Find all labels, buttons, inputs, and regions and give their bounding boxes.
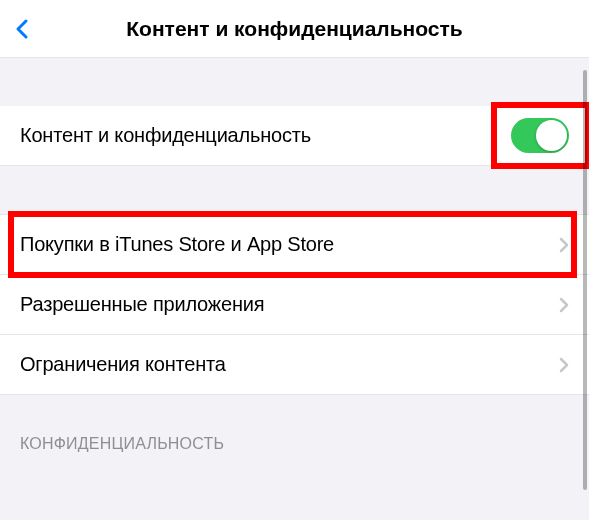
toggle-knob [536, 120, 567, 151]
scrollbar-vertical[interactable] [583, 70, 587, 490]
settings-section: Покупки в iTunes Store и App Store Разре… [0, 214, 589, 395]
chevron-right-icon [559, 297, 569, 313]
chevron-right-icon [559, 357, 569, 373]
row-label: Разрешенные приложения [20, 293, 264, 316]
row-label: Покупки в iTunes Store и App Store [20, 233, 334, 256]
content-privacy-toggle[interactable] [511, 118, 569, 153]
itunes-app-store-purchases-row[interactable]: Покупки в iTunes Store и App Store [0, 215, 589, 275]
row-label: Ограничения контента [20, 353, 226, 376]
nav-header: Контент и конфиденциальность [0, 0, 589, 58]
toggle-label: Контент и конфиденциальность [20, 124, 311, 147]
chevron-right-icon [559, 237, 569, 253]
content-privacy-toggle-row[interactable]: Контент и конфиденциальность [0, 106, 589, 166]
allowed-apps-row[interactable]: Разрешенные приложения [0, 275, 589, 335]
content-restrictions-row[interactable]: Ограничения контента [0, 335, 589, 395]
section-gap [0, 166, 589, 214]
section-header-privacy: КОНФИДЕНЦИАЛЬНОСТЬ [0, 395, 589, 453]
page-title: Контент и конфиденциальность [10, 17, 579, 41]
toggle-container [511, 118, 569, 153]
section-gap [0, 58, 589, 106]
